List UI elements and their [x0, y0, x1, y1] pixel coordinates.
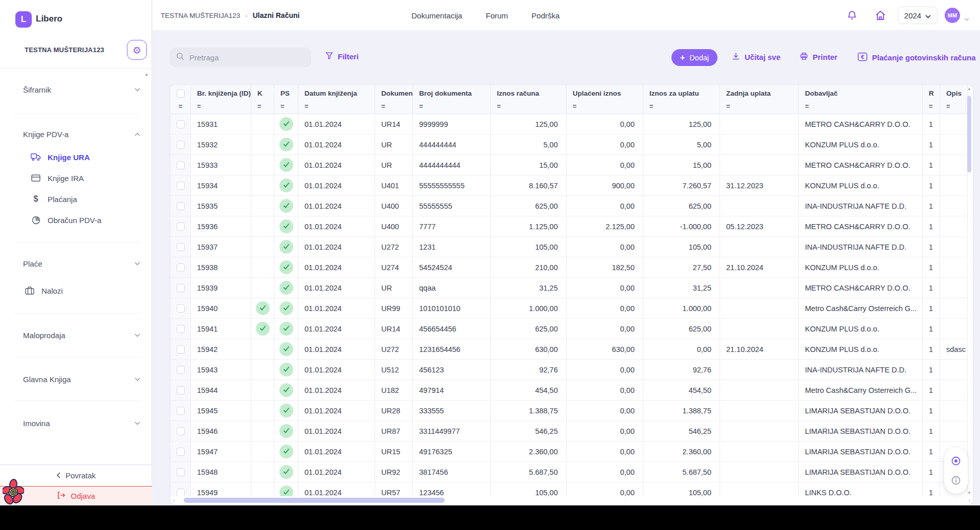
- cell-select[interactable]: [170, 175, 191, 195]
- breadcrumb-company[interactable]: TESTNA MUŠTERIJA123: [161, 12, 240, 19]
- scroll-down-arrow[interactable]: ▼: [967, 491, 972, 495]
- table-row[interactable]: 1593501.01.2024U40055555555625,000,00625…: [170, 196, 968, 216]
- sidebar-item-place[interactable]: Plaće: [23, 256, 140, 271]
- filter-equals-icon[interactable]: =: [805, 102, 916, 110]
- sidebar-item-glavna-knjiga[interactable]: Glavna Knjiga: [23, 372, 140, 386]
- vertical-scrollbar-thumb[interactable]: [967, 96, 971, 172]
- sidebar-item-maloprodaja[interactable]: Maloprodaja: [23, 328, 140, 342]
- sidebar-item-knjige-ura[interactable]: Knjige URA: [31, 150, 140, 164]
- table-row[interactable]: 1594501.01.2024UR283335551.388,750,001.3…: [170, 401, 968, 421]
- table-row[interactable]: 1594301.01.2024U51245612392,760,0092,76I…: [170, 360, 968, 380]
- filter-equals-icon[interactable]: =: [497, 102, 560, 110]
- table-row[interactable]: 1593301.01.2024UR444444444415,000,0015,0…: [170, 155, 968, 175]
- cell-select[interactable]: [170, 339, 191, 359]
- column-header-opis[interactable]: Opis=: [940, 85, 968, 114]
- row-checkbox[interactable]: [177, 304, 185, 313]
- notifications-button[interactable]: [845, 9, 859, 22]
- printer-button[interactable]: Printer: [800, 52, 837, 62]
- filter-equals-icon[interactable]: =: [280, 102, 292, 110]
- column-header-select[interactable]: =: [170, 85, 191, 114]
- cell-select[interactable]: [170, 462, 191, 482]
- year-select[interactable]: 2024: [898, 7, 938, 24]
- filter-equals-icon[interactable]: =: [257, 102, 268, 110]
- table-row[interactable]: 1593101.01.2024UR149999999125,000,00125,…: [170, 114, 968, 135]
- vertical-scrollbar[interactable]: ▲ ▼: [967, 86, 972, 495]
- row-checkbox[interactable]: [177, 468, 185, 476]
- row-checkbox[interactable]: [177, 120, 185, 128]
- row-checkbox[interactable]: [177, 243, 185, 251]
- table-row[interactable]: 1594101.01.2024UR14456654456625,000,0062…: [170, 319, 968, 339]
- nav-forum[interactable]: Forum: [486, 11, 508, 20]
- row-checkbox[interactable]: [177, 407, 185, 415]
- table-row[interactable]: 1593701.01.2024U2721231105,000,00105,00I…: [170, 237, 968, 257]
- column-header-zadnja[interactable]: Zadnja uplata=: [720, 85, 799, 114]
- avatar[interactable]: MM: [945, 8, 960, 23]
- scroll-up-arrow[interactable]: ▲: [967, 86, 972, 91]
- cell-select[interactable]: [170, 441, 191, 461]
- column-header-r[interactable]: R=: [923, 85, 940, 114]
- horizontal-scrollbar[interactable]: ‹ ›: [170, 496, 973, 504]
- row-checkbox[interactable]: [177, 202, 185, 210]
- table-row[interactable]: 1594801.01.2024UR9238174565.687,500,005.…: [170, 462, 968, 482]
- filter-equals-icon[interactable]: =: [419, 102, 484, 110]
- cell-select[interactable]: [170, 380, 191, 400]
- cell-select[interactable]: [170, 216, 191, 236]
- table-row[interactable]: 1593601.01.2024U40077771.125,002.125,00-…: [170, 216, 968, 237]
- cell-select[interactable]: [170, 421, 191, 441]
- sidebar-item-knjige-ira[interactable]: Knjige IRA: [31, 171, 140, 185]
- filter-equals-icon[interactable]: =: [304, 102, 368, 110]
- column-header-iznos[interactable]: Iznos računa=: [491, 85, 567, 114]
- select-all-checkbox[interactable]: [177, 90, 185, 98]
- row-checkbox[interactable]: [177, 223, 185, 231]
- row-checkbox[interactable]: [177, 345, 185, 354]
- sidebar-item-imovina[interactable]: Imovina: [23, 416, 140, 430]
- table-row[interactable]: 1594201.01.2024U2721231654456630,00630,0…: [170, 339, 968, 360]
- sidebar-group-knjige-pdva[interactable]: Knjige PDV-a: [23, 127, 140, 141]
- cell-select[interactable]: [170, 196, 191, 216]
- row-checkbox[interactable]: [177, 325, 185, 333]
- sidebar-item-nalozi[interactable]: Nalozi: [25, 283, 140, 298]
- load-all-button[interactable]: Učitaj sve: [732, 52, 780, 62]
- company-settings-button[interactable]: ⚙: [127, 40, 147, 60]
- row-checkbox[interactable]: [177, 489, 185, 497]
- search-input[interactable]: [189, 53, 292, 62]
- sidebar-item-sifrarnik[interactable]: Šifrarnik: [23, 82, 140, 97]
- cell-select[interactable]: [170, 319, 191, 339]
- table-row[interactable]: 1593901.01.2024URqqaa31,250,0031,25METRO…: [170, 278, 968, 298]
- table-row[interactable]: 1593201.01.2024UR4444444445,000,005,00KO…: [170, 135, 968, 155]
- cell-select[interactable]: [170, 360, 191, 380]
- column-header-id[interactable]: Br. knjiženja (ID)=: [191, 85, 251, 114]
- column-header-datum[interactable]: Datum knjiženja=: [298, 85, 375, 114]
- row-checkbox[interactable]: [177, 448, 185, 456]
- filter-equals-icon[interactable]: =: [573, 102, 637, 110]
- filter-equals-icon[interactable]: =: [726, 102, 792, 110]
- avatar-menu-chevron[interactable]: [964, 14, 969, 23]
- table-row[interactable]: 1594001.01.2024UR9910101010101.000,000,0…: [170, 298, 968, 319]
- row-checkbox[interactable]: [177, 284, 185, 292]
- info-button[interactable]: [950, 474, 962, 487]
- column-header-dokument[interactable]: Dokument=: [375, 85, 413, 114]
- add-button[interactable]: + Dodaj: [671, 49, 717, 66]
- filter-equals-icon[interactable]: =: [381, 102, 406, 110]
- row-checkbox[interactable]: [177, 386, 185, 394]
- filters-button[interactable]: Filteri: [325, 52, 359, 61]
- cell-select[interactable]: [170, 114, 191, 134]
- table-row[interactable]: 1593401.01.2024U401555555555558.160,5790…: [170, 175, 968, 196]
- column-header-dobavljac[interactable]: Dobavljač=: [799, 85, 923, 114]
- cell-select[interactable]: [170, 135, 191, 154]
- filter-equals-icon[interactable]: =: [179, 102, 183, 110]
- scroll-right-arrow[interactable]: ›: [966, 498, 973, 503]
- target-button[interactable]: [950, 455, 962, 467]
- column-header-uplaceni[interactable]: Uplaćeni iznos=: [567, 85, 643, 114]
- table-row[interactable]: 1594601.01.2024UR873311449977546,250,005…: [170, 421, 968, 441]
- filter-equals-icon[interactable]: =: [946, 102, 961, 110]
- filter-equals-icon[interactable]: =: [197, 102, 245, 110]
- scroll-left-arrow[interactable]: ‹: [170, 498, 178, 503]
- table-row[interactable]: 1593801.01.2024U27454524524210,00182,502…: [170, 257, 968, 278]
- sidebar-item-placanja[interactable]: $ Plaćanja: [31, 192, 140, 206]
- table-row[interactable]: 1594701.01.2024UR15491763252.360,000,002…: [170, 441, 968, 462]
- filter-equals-icon[interactable]: =: [929, 102, 933, 110]
- row-checkbox[interactable]: [177, 141, 185, 149]
- home-button[interactable]: [874, 9, 887, 22]
- cell-select[interactable]: [170, 278, 191, 298]
